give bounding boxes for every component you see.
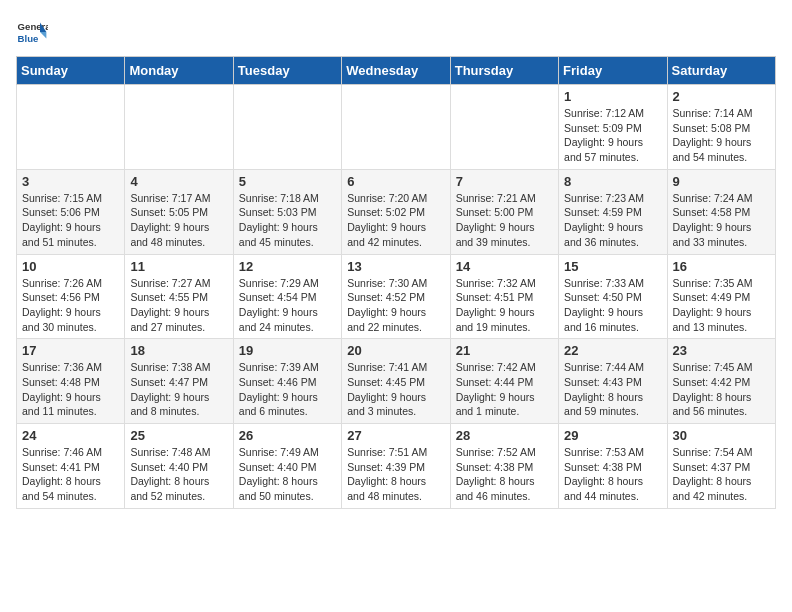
day-number: 10: [22, 259, 119, 274]
calendar-cell: 26Sunrise: 7:49 AM Sunset: 4:40 PM Dayli…: [233, 424, 341, 509]
calendar-cell: 5Sunrise: 7:18 AM Sunset: 5:03 PM Daylig…: [233, 169, 341, 254]
day-info: Sunrise: 7:49 AM Sunset: 4:40 PM Dayligh…: [239, 445, 336, 504]
calendar-cell: 8Sunrise: 7:23 AM Sunset: 4:59 PM Daylig…: [559, 169, 667, 254]
calendar-week-5: 24Sunrise: 7:46 AM Sunset: 4:41 PM Dayli…: [17, 424, 776, 509]
day-info: Sunrise: 7:32 AM Sunset: 4:51 PM Dayligh…: [456, 276, 553, 335]
day-info: Sunrise: 7:30 AM Sunset: 4:52 PM Dayligh…: [347, 276, 444, 335]
day-info: Sunrise: 7:26 AM Sunset: 4:56 PM Dayligh…: [22, 276, 119, 335]
calendar-cell: 29Sunrise: 7:53 AM Sunset: 4:38 PM Dayli…: [559, 424, 667, 509]
calendar-cell: 7Sunrise: 7:21 AM Sunset: 5:00 PM Daylig…: [450, 169, 558, 254]
calendar-cell: 28Sunrise: 7:52 AM Sunset: 4:38 PM Dayli…: [450, 424, 558, 509]
day-info: Sunrise: 7:29 AM Sunset: 4:54 PM Dayligh…: [239, 276, 336, 335]
day-number: 28: [456, 428, 553, 443]
calendar-cell: 2Sunrise: 7:14 AM Sunset: 5:08 PM Daylig…: [667, 85, 775, 170]
calendar-cell: 13Sunrise: 7:30 AM Sunset: 4:52 PM Dayli…: [342, 254, 450, 339]
day-number: 2: [673, 89, 770, 104]
calendar-cell: 3Sunrise: 7:15 AM Sunset: 5:06 PM Daylig…: [17, 169, 125, 254]
calendar-week-3: 10Sunrise: 7:26 AM Sunset: 4:56 PM Dayli…: [17, 254, 776, 339]
calendar-week-1: 1Sunrise: 7:12 AM Sunset: 5:09 PM Daylig…: [17, 85, 776, 170]
day-number: 9: [673, 174, 770, 189]
day-number: 18: [130, 343, 227, 358]
calendar-cell: 11Sunrise: 7:27 AM Sunset: 4:55 PM Dayli…: [125, 254, 233, 339]
day-info: Sunrise: 7:54 AM Sunset: 4:37 PM Dayligh…: [673, 445, 770, 504]
calendar-cell: 17Sunrise: 7:36 AM Sunset: 4:48 PM Dayli…: [17, 339, 125, 424]
day-number: 30: [673, 428, 770, 443]
calendar-header-row: SundayMondayTuesdayWednesdayThursdayFrid…: [17, 57, 776, 85]
day-number: 4: [130, 174, 227, 189]
column-header-friday: Friday: [559, 57, 667, 85]
calendar-cell: 19Sunrise: 7:39 AM Sunset: 4:46 PM Dayli…: [233, 339, 341, 424]
day-info: Sunrise: 7:20 AM Sunset: 5:02 PM Dayligh…: [347, 191, 444, 250]
day-info: Sunrise: 7:23 AM Sunset: 4:59 PM Dayligh…: [564, 191, 661, 250]
calendar-cell: [125, 85, 233, 170]
day-number: 15: [564, 259, 661, 274]
calendar-cell: 27Sunrise: 7:51 AM Sunset: 4:39 PM Dayli…: [342, 424, 450, 509]
day-number: 6: [347, 174, 444, 189]
calendar-cell: 23Sunrise: 7:45 AM Sunset: 4:42 PM Dayli…: [667, 339, 775, 424]
calendar-cell: 1Sunrise: 7:12 AM Sunset: 5:09 PM Daylig…: [559, 85, 667, 170]
day-number: 17: [22, 343, 119, 358]
day-number: 14: [456, 259, 553, 274]
day-info: Sunrise: 7:27 AM Sunset: 4:55 PM Dayligh…: [130, 276, 227, 335]
day-number: 20: [347, 343, 444, 358]
page-header: General Blue: [16, 16, 776, 48]
day-number: 16: [673, 259, 770, 274]
day-info: Sunrise: 7:24 AM Sunset: 4:58 PM Dayligh…: [673, 191, 770, 250]
calendar-table: SundayMondayTuesdayWednesdayThursdayFrid…: [16, 56, 776, 509]
column-header-thursday: Thursday: [450, 57, 558, 85]
day-info: Sunrise: 7:15 AM Sunset: 5:06 PM Dayligh…: [22, 191, 119, 250]
day-number: 21: [456, 343, 553, 358]
calendar-cell: [233, 85, 341, 170]
calendar-cell: [450, 85, 558, 170]
day-info: Sunrise: 7:48 AM Sunset: 4:40 PM Dayligh…: [130, 445, 227, 504]
day-number: 1: [564, 89, 661, 104]
calendar-cell: 21Sunrise: 7:42 AM Sunset: 4:44 PM Dayli…: [450, 339, 558, 424]
day-info: Sunrise: 7:17 AM Sunset: 5:05 PM Dayligh…: [130, 191, 227, 250]
calendar-cell: 4Sunrise: 7:17 AM Sunset: 5:05 PM Daylig…: [125, 169, 233, 254]
day-info: Sunrise: 7:33 AM Sunset: 4:50 PM Dayligh…: [564, 276, 661, 335]
calendar-cell: 22Sunrise: 7:44 AM Sunset: 4:43 PM Dayli…: [559, 339, 667, 424]
day-number: 26: [239, 428, 336, 443]
day-info: Sunrise: 7:18 AM Sunset: 5:03 PM Dayligh…: [239, 191, 336, 250]
day-number: 11: [130, 259, 227, 274]
day-info: Sunrise: 7:35 AM Sunset: 4:49 PM Dayligh…: [673, 276, 770, 335]
calendar-cell: [342, 85, 450, 170]
day-info: Sunrise: 7:36 AM Sunset: 4:48 PM Dayligh…: [22, 360, 119, 419]
calendar-cell: 24Sunrise: 7:46 AM Sunset: 4:41 PM Dayli…: [17, 424, 125, 509]
calendar-cell: 9Sunrise: 7:24 AM Sunset: 4:58 PM Daylig…: [667, 169, 775, 254]
day-number: 19: [239, 343, 336, 358]
column-header-sunday: Sunday: [17, 57, 125, 85]
day-info: Sunrise: 7:52 AM Sunset: 4:38 PM Dayligh…: [456, 445, 553, 504]
day-info: Sunrise: 7:41 AM Sunset: 4:45 PM Dayligh…: [347, 360, 444, 419]
day-number: 8: [564, 174, 661, 189]
column-header-wednesday: Wednesday: [342, 57, 450, 85]
svg-marker-3: [40, 32, 46, 38]
day-number: 22: [564, 343, 661, 358]
day-info: Sunrise: 7:53 AM Sunset: 4:38 PM Dayligh…: [564, 445, 661, 504]
calendar-cell: 6Sunrise: 7:20 AM Sunset: 5:02 PM Daylig…: [342, 169, 450, 254]
day-info: Sunrise: 7:46 AM Sunset: 4:41 PM Dayligh…: [22, 445, 119, 504]
calendar-cell: 18Sunrise: 7:38 AM Sunset: 4:47 PM Dayli…: [125, 339, 233, 424]
calendar-cell: [17, 85, 125, 170]
calendar-cell: 30Sunrise: 7:54 AM Sunset: 4:37 PM Dayli…: [667, 424, 775, 509]
calendar-week-4: 17Sunrise: 7:36 AM Sunset: 4:48 PM Dayli…: [17, 339, 776, 424]
day-number: 24: [22, 428, 119, 443]
day-info: Sunrise: 7:12 AM Sunset: 5:09 PM Dayligh…: [564, 106, 661, 165]
day-number: 12: [239, 259, 336, 274]
day-number: 5: [239, 174, 336, 189]
day-info: Sunrise: 7:14 AM Sunset: 5:08 PM Dayligh…: [673, 106, 770, 165]
day-number: 29: [564, 428, 661, 443]
svg-text:Blue: Blue: [18, 33, 39, 44]
calendar-cell: 12Sunrise: 7:29 AM Sunset: 4:54 PM Dayli…: [233, 254, 341, 339]
logo-icon: General Blue: [16, 16, 48, 48]
calendar-cell: 20Sunrise: 7:41 AM Sunset: 4:45 PM Dayli…: [342, 339, 450, 424]
day-info: Sunrise: 7:21 AM Sunset: 5:00 PM Dayligh…: [456, 191, 553, 250]
calendar-week-2: 3Sunrise: 7:15 AM Sunset: 5:06 PM Daylig…: [17, 169, 776, 254]
day-info: Sunrise: 7:51 AM Sunset: 4:39 PM Dayligh…: [347, 445, 444, 504]
calendar-cell: 25Sunrise: 7:48 AM Sunset: 4:40 PM Dayli…: [125, 424, 233, 509]
column-header-saturday: Saturday: [667, 57, 775, 85]
calendar-cell: 16Sunrise: 7:35 AM Sunset: 4:49 PM Dayli…: [667, 254, 775, 339]
column-header-monday: Monday: [125, 57, 233, 85]
day-info: Sunrise: 7:44 AM Sunset: 4:43 PM Dayligh…: [564, 360, 661, 419]
calendar-cell: 15Sunrise: 7:33 AM Sunset: 4:50 PM Dayli…: [559, 254, 667, 339]
